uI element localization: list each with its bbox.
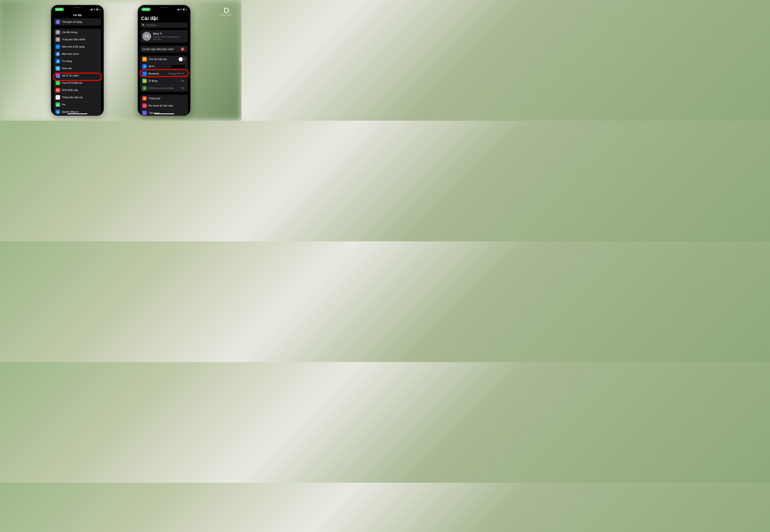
hand-icon: ✋ — [56, 110, 60, 114]
row-cellular[interactable]: 📶 Di động Tắt › — [140, 77, 188, 85]
battery-icon — [96, 9, 100, 10]
chevron-right-icon: › — [98, 31, 99, 34]
chevron-right-icon: › — [98, 67, 99, 70]
battery-icon — [183, 9, 187, 10]
time: 22:43 — [141, 8, 151, 11]
sos-icon: SOS — [56, 88, 60, 92]
row-battery[interactable]: ▬ Pin › — [54, 101, 101, 108]
chevron-right-icon: › — [185, 87, 186, 90]
hourglass-icon: ⏳ — [56, 20, 60, 24]
row-screentime[interactable]: ⏳ Thời gian sử dụng › — [54, 18, 101, 26]
row-notifications[interactable]: 🔔 Thông báo › — [140, 95, 188, 102]
search-placeholder: Tìm kiếm — [146, 24, 156, 27]
bluetooth-value: Không kết nối — [169, 72, 184, 75]
row-siri[interactable]: ◯ Siri & Tìm kiếm › — [54, 72, 101, 79]
phone-left: 22:42 Cài đặt ⏳ Thời gian sử dụng › ⚙ Cà… — [51, 5, 104, 116]
text-size-icon: AA — [56, 44, 60, 49]
row-wallpaper[interactable]: ❀ Hình nền › — [54, 65, 101, 72]
search-icon: 🔍 — [142, 24, 145, 27]
exposure-icon: ☀ — [56, 95, 60, 100]
row-focus[interactable]: ☾ Tập trung › — [140, 109, 188, 115]
brand-logo: D MINH ĐẠT — [220, 6, 232, 16]
hotspot-value: Tắt — [180, 87, 184, 90]
chevron-right-icon: › — [185, 104, 186, 107]
chevron-right-icon: › — [98, 21, 99, 23]
phone-right: 22:43 Cài đặt 🔍 Tìm kiếm ÝN Như Ý ID App… — [138, 5, 190, 116]
row-sos[interactable]: SOS SOS khẩn cấp › — [54, 87, 101, 94]
row-wifi[interactable]: Wi-Fi › — [140, 63, 188, 70]
signal-icon — [177, 9, 179, 10]
logo-mark: D — [220, 6, 232, 15]
home-indicator — [154, 113, 174, 114]
profile-name: Như Ý — [153, 32, 183, 36]
moon-icon: ☾ — [142, 111, 147, 115]
flower-icon: ❀ — [56, 66, 60, 71]
wifi-value-redacted — [171, 65, 185, 68]
face-icon: ☺ — [56, 81, 60, 85]
accessibility-icon: ◉ — [56, 59, 60, 63]
chevron-right-icon: › — [98, 45, 99, 48]
row-software-update[interactable]: Có bản cập nhật phần mềm 1 › — [140, 46, 188, 52]
chevron-right-icon: › — [98, 89, 99, 92]
search-input[interactable]: 🔍 Tìm kiếm — [140, 22, 188, 28]
chevron-right-icon: › — [185, 65, 186, 68]
chevron-right-icon: › — [98, 74, 99, 77]
row-general[interactable]: ⚙ Cài đặt chung › — [54, 29, 101, 36]
page-title: Cài đặt — [138, 12, 190, 22]
chevron-right-icon: › — [185, 72, 186, 75]
link-icon: ⊘ — [142, 86, 147, 90]
row-faceid[interactable]: ☺ Face ID & Mật mã › — [54, 79, 101, 87]
avatar: ÝN — [142, 32, 151, 41]
battery-icon: ▬ — [56, 102, 60, 107]
chevron-right-icon: › — [98, 96, 99, 99]
chevron-right-icon: › — [98, 53, 99, 55]
chevron-right-icon: › — [98, 103, 99, 106]
chevron-right-icon: › — [185, 112, 186, 114]
antenna-icon: 📶 — [142, 79, 147, 83]
chevron-right-icon: › — [185, 80, 186, 82]
row-apple-id[interactable]: ÝN Như Ý ID Apple, iCloud, Phương tiện &… — [140, 30, 188, 43]
row-exposure[interactable]: ☀ Thông báo tiếp xúc › — [54, 94, 101, 101]
switches-icon: ⊞ — [56, 37, 60, 42]
wifi-icon — [93, 9, 96, 10]
row-display[interactable]: AA Màn hình & Độ sáng › — [54, 43, 101, 50]
row-airplane[interactable]: ✈ Chế độ máy bay — [140, 56, 188, 63]
row-sounds[interactable]: 🔊 Âm thanh & Cảm ứng › — [140, 102, 188, 109]
chevron-right-icon: › — [98, 82, 99, 84]
chevron-right-icon: › — [185, 48, 186, 50]
wifi-icon — [180, 9, 182, 10]
home-indicator — [67, 113, 87, 114]
row-homescreen[interactable]: ▦ Màn hình chính › — [54, 50, 101, 58]
chevron-right-icon: › — [98, 38, 99, 41]
cellular-value: Tắt — [180, 79, 184, 82]
profile-subtitle: ID Apple, iCloud, Phương tiện & Mục mua — [153, 36, 183, 41]
signal-icon — [90, 9, 93, 10]
row-bluetooth[interactable]: ⌁ Bluetooth Không kết nối › — [140, 70, 188, 77]
speaker-icon: 🔊 — [142, 103, 147, 108]
page-title: Cài đặt — [52, 12, 103, 18]
siri-icon: ◯ — [56, 73, 60, 78]
chevron-right-icon: › — [98, 111, 99, 113]
wifi-icon — [142, 64, 147, 69]
row-control-center[interactable]: ⊞ Trung tâm điều khiển › — [54, 36, 101, 43]
airplane-toggle[interactable] — [178, 57, 186, 61]
update-badge: 1 — [181, 47, 184, 51]
chevron-right-icon: › — [98, 60, 99, 63]
bluetooth-icon: ⌁ — [142, 71, 147, 76]
chevron-right-icon: › — [185, 97, 186, 100]
airplane-icon: ✈ — [142, 57, 147, 61]
row-hotspot[interactable]: ⊘ Điểm truy cập cá nhân Tắt › — [140, 85, 188, 92]
time: 22:42 — [55, 8, 64, 11]
gear-icon: ⚙ — [56, 30, 60, 34]
grid-icon: ▦ — [56, 52, 60, 56]
chevron-right-icon: › — [185, 35, 186, 38]
logo-text: MINH ĐẠT — [220, 14, 232, 16]
row-accessibility[interactable]: ◉ Trợ năng › — [54, 58, 101, 65]
bell-icon: 🔔 — [142, 96, 147, 101]
